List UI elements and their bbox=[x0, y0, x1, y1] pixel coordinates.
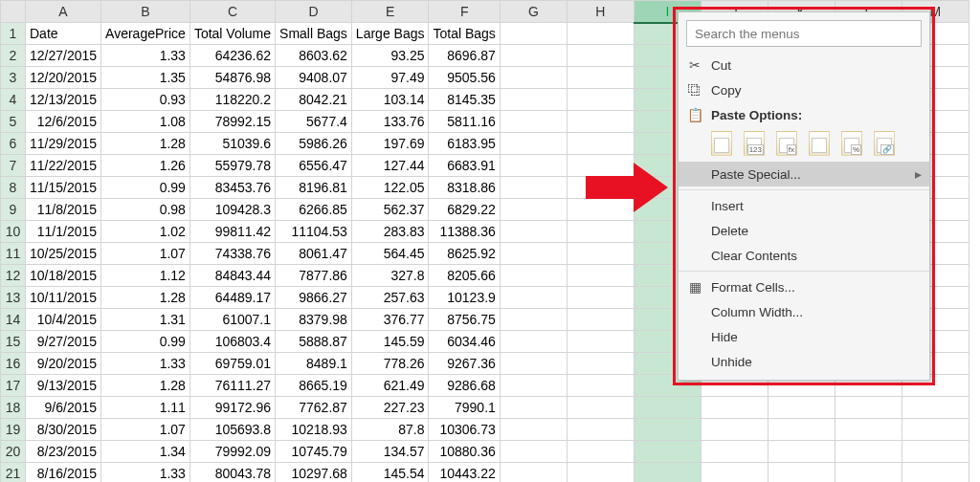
cell-D19[interactable]: 10218.93 bbox=[276, 419, 352, 441]
cell-H18[interactable] bbox=[567, 397, 634, 419]
cell-M20[interactable] bbox=[902, 441, 969, 463]
row-header[interactable]: 19 bbox=[1, 419, 26, 441]
menu-paste-special[interactable]: Paste Special... ▸ bbox=[679, 162, 929, 186]
cell-C17[interactable]: 76111.27 bbox=[189, 375, 275, 397]
cell-A17[interactable]: 9/13/2015 bbox=[26, 375, 101, 397]
cell-B18[interactable]: 1.11 bbox=[101, 397, 190, 419]
cell-B10[interactable]: 1.02 bbox=[101, 221, 190, 243]
cell-G7[interactable] bbox=[500, 155, 567, 177]
col-header-D[interactable]: D bbox=[276, 1, 352, 23]
cell-D21[interactable]: 10297.68 bbox=[276, 463, 352, 483]
row-header[interactable]: 9 bbox=[1, 199, 26, 221]
select-all-corner[interactable] bbox=[1, 1, 26, 23]
cell-D1[interactable]: Small Bags bbox=[276, 23, 352, 45]
col-header-A[interactable]: A bbox=[26, 1, 101, 23]
row-header[interactable]: 3 bbox=[1, 67, 26, 89]
menu-delete[interactable]: Delete bbox=[679, 218, 929, 243]
cell-C11[interactable]: 74338.76 bbox=[189, 243, 275, 265]
cell-K18[interactable] bbox=[768, 397, 835, 419]
cell-C12[interactable]: 84843.44 bbox=[189, 265, 275, 287]
cell-F7[interactable]: 6683.91 bbox=[429, 155, 500, 177]
cell-A4[interactable]: 12/13/2015 bbox=[26, 89, 101, 111]
cell-F3[interactable]: 9505.56 bbox=[429, 67, 500, 89]
menu-search-input[interactable]: Search the menus bbox=[686, 20, 922, 47]
cell-G18[interactable] bbox=[500, 397, 567, 419]
menu-clear-contents[interactable]: Clear Contents bbox=[679, 243, 929, 268]
cell-F20[interactable]: 10880.36 bbox=[429, 441, 500, 463]
cell-A1[interactable]: Date bbox=[26, 23, 101, 45]
cell-E18[interactable]: 227.23 bbox=[351, 397, 429, 419]
cell-H2[interactable] bbox=[567, 45, 634, 67]
cell-E15[interactable]: 145.59 bbox=[351, 331, 429, 353]
cell-B17[interactable]: 1.28 bbox=[101, 375, 190, 397]
paste-formatting-icon[interactable]: % bbox=[841, 131, 862, 156]
cell-B19[interactable]: 1.07 bbox=[101, 419, 190, 441]
row-header[interactable]: 2 bbox=[1, 45, 26, 67]
cell-C3[interactable]: 54876.98 bbox=[189, 67, 275, 89]
cell-C4[interactable]: 118220.2 bbox=[189, 89, 275, 111]
cell-H19[interactable] bbox=[567, 419, 634, 441]
cell-E16[interactable]: 778.26 bbox=[351, 353, 429, 375]
cell-B12[interactable]: 1.12 bbox=[101, 265, 190, 287]
cell-E7[interactable]: 127.44 bbox=[351, 155, 429, 177]
cell-C16[interactable]: 69759.01 bbox=[189, 353, 275, 375]
cell-E3[interactable]: 97.49 bbox=[351, 67, 429, 89]
cell-K21[interactable] bbox=[768, 463, 835, 483]
menu-copy[interactable]: ⿻ Copy bbox=[679, 77, 929, 102]
row-header[interactable]: 17 bbox=[1, 375, 26, 397]
cell-E11[interactable]: 564.45 bbox=[351, 243, 429, 265]
cell-D6[interactable]: 5986.26 bbox=[276, 133, 352, 155]
menu-insert[interactable]: Insert bbox=[679, 193, 929, 218]
cell-E9[interactable]: 562.37 bbox=[351, 199, 429, 221]
cell-G15[interactable] bbox=[500, 331, 567, 353]
cell-A5[interactable]: 12/6/2015 bbox=[26, 111, 101, 133]
cell-H13[interactable] bbox=[567, 287, 634, 309]
cell-F9[interactable]: 6829.22 bbox=[429, 199, 500, 221]
cell-B9[interactable]: 0.98 bbox=[101, 199, 190, 221]
row-header[interactable]: 20 bbox=[1, 441, 26, 463]
paste-icon[interactable] bbox=[711, 131, 732, 156]
cell-M18[interactable] bbox=[902, 397, 969, 419]
cell-E13[interactable]: 257.63 bbox=[351, 287, 429, 309]
cell-E21[interactable]: 145.54 bbox=[351, 463, 429, 483]
cell-D7[interactable]: 6556.47 bbox=[276, 155, 352, 177]
cell-D14[interactable]: 8379.98 bbox=[276, 309, 352, 331]
cell-F16[interactable]: 9267.36 bbox=[429, 353, 500, 375]
cell-G6[interactable] bbox=[500, 133, 567, 155]
cell-C2[interactable]: 64236.62 bbox=[189, 45, 275, 67]
cell-M21[interactable] bbox=[902, 463, 969, 483]
cell-B11[interactable]: 1.07 bbox=[101, 243, 190, 265]
cell-D18[interactable]: 7762.87 bbox=[276, 397, 352, 419]
cell-M19[interactable] bbox=[902, 419, 969, 441]
cell-A2[interactable]: 12/27/2015 bbox=[26, 45, 101, 67]
cell-C19[interactable]: 105693.8 bbox=[189, 419, 275, 441]
row-header[interactable]: 10 bbox=[1, 221, 26, 243]
cell-K20[interactable] bbox=[768, 441, 835, 463]
cell-A18[interactable]: 9/6/2015 bbox=[26, 397, 101, 419]
cell-E17[interactable]: 621.49 bbox=[351, 375, 429, 397]
cell-B21[interactable]: 1.33 bbox=[101, 463, 190, 483]
cell-H12[interactable] bbox=[567, 265, 634, 287]
cell-H1[interactable] bbox=[567, 23, 634, 45]
col-header-B[interactable]: B bbox=[101, 1, 190, 23]
cell-E14[interactable]: 376.77 bbox=[351, 309, 429, 331]
cell-B15[interactable]: 0.99 bbox=[101, 331, 190, 353]
cell-C13[interactable]: 64489.17 bbox=[189, 287, 275, 309]
row-header[interactable]: 18 bbox=[1, 397, 26, 419]
col-header-E[interactable]: E bbox=[351, 1, 429, 23]
cell-G12[interactable] bbox=[500, 265, 567, 287]
cell-G2[interactable] bbox=[500, 45, 567, 67]
cell-I20[interactable] bbox=[634, 441, 701, 463]
row-header[interactable]: 5 bbox=[1, 111, 26, 133]
cell-B14[interactable]: 1.31 bbox=[101, 309, 190, 331]
cell-D11[interactable]: 8061.47 bbox=[276, 243, 352, 265]
cell-G21[interactable] bbox=[500, 463, 567, 483]
cell-C18[interactable]: 99172.96 bbox=[189, 397, 275, 419]
row-header[interactable]: 14 bbox=[1, 309, 26, 331]
cell-A11[interactable]: 10/25/2015 bbox=[26, 243, 101, 265]
cell-A16[interactable]: 9/20/2015 bbox=[26, 353, 101, 375]
cell-F15[interactable]: 6034.46 bbox=[429, 331, 500, 353]
cell-D20[interactable]: 10745.79 bbox=[276, 441, 352, 463]
cell-G1[interactable] bbox=[500, 23, 567, 45]
cell-D8[interactable]: 8196.81 bbox=[276, 177, 352, 199]
